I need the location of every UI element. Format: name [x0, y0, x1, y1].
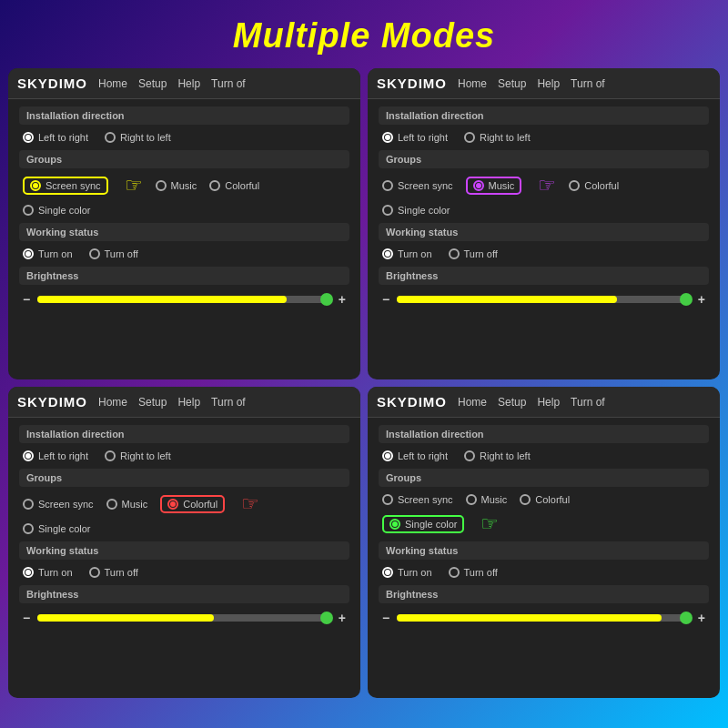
panel-2-group-screen[interactable]: Screen sync	[382, 180, 453, 191]
panels-grid: SKYDIMO Home Setup Help Turn of Installa…	[5, 65, 723, 702]
panel-1-groups-row2: Single color	[19, 203, 349, 217]
panel-4-direction-row: Left to right Right to left	[379, 449, 709, 463]
panel-3-groups-label: Groups	[19, 469, 349, 487]
panel-2-brightness-plus[interactable]: +	[698, 292, 705, 307]
panel-3-turn-on-label: Turn on	[38, 567, 73, 578]
panel-1-screen-dot	[30, 180, 41, 191]
panel-3-turn-off[interactable]: Turn off	[89, 567, 138, 578]
panel-4-dir-left[interactable]: Left to right	[382, 450, 448, 461]
panel-1-groups-row1: Screen sync ☞ Music Colorful	[19, 174, 349, 197]
panel-4-dir-right[interactable]: Right to left	[464, 450, 531, 461]
panel-3-single-dot	[23, 523, 34, 534]
panel-2-brightness-label: Brightness	[379, 267, 709, 285]
panel-1-dir-left[interactable]: Left to right	[23, 132, 88, 143]
panel-1-slider-thumb[interactable]	[320, 293, 333, 306]
panel-1-turn-on[interactable]: Turn on	[23, 248, 73, 259]
panel-3-dir-right[interactable]: Right to left	[105, 450, 171, 461]
panel-3-nav-help[interactable]: Help	[177, 396, 200, 409]
panel-1-single-dot	[23, 205, 34, 216]
panel-1-cursor: ☞	[125, 176, 143, 196]
panel-4-turn-off-label: Turn off	[464, 567, 498, 578]
panel-4-group-colorful[interactable]: Colorful	[520, 494, 570, 505]
panel-3-nav-turn[interactable]: Turn of	[211, 396, 246, 409]
panel-3-slider-track[interactable]	[37, 614, 331, 622]
panel-3-dir-left[interactable]: Left to right	[23, 450, 88, 461]
panel-4-slider-thumb[interactable]	[680, 612, 693, 624]
panel-4-nav-setup[interactable]: Setup	[498, 396, 526, 409]
panel-2-turn-on-label: Turn on	[398, 248, 432, 259]
panel-4-install-label: Installation direction	[379, 425, 709, 443]
panel-3-slider-fill	[37, 614, 214, 622]
panel-2-group-colorful[interactable]: Colorful	[569, 180, 619, 191]
panel-4-group-screen[interactable]: Screen sync	[382, 494, 453, 505]
panel-3-slider-thumb[interactable]	[320, 612, 333, 624]
panel-2-install-label: Installation direction	[379, 106, 709, 125]
panel-2-dir-left-label: Left to right	[398, 132, 448, 143]
panel-3-nav-setup[interactable]: Setup	[138, 396, 167, 409]
panel-2-group-single[interactable]: Single color	[382, 205, 450, 216]
panel-4-groups-row1: Screen sync Music Colorful	[379, 492, 709, 507]
panel-1-nav-turn[interactable]: Turn of	[211, 77, 246, 90]
panel-3-brightness-row: − +	[19, 609, 349, 627]
panel-2-nav-setup[interactable]: Setup	[498, 77, 526, 90]
panel-4-brightness-minus[interactable]: −	[382, 611, 389, 625]
panel-3-turn-off-dot	[89, 567, 100, 578]
panel-1: SKYDIMO Home Setup Help Turn of Installa…	[8, 68, 360, 379]
panel-1-turn-off[interactable]: Turn off	[89, 248, 138, 259]
panel-3-brightness-minus[interactable]: −	[23, 611, 30, 625]
panel-4-music-dot	[466, 494, 477, 505]
panel-1-nav-help[interactable]: Help	[177, 77, 200, 90]
panel-2-nav-help[interactable]: Help	[537, 77, 560, 90]
panel-3-group-single[interactable]: Single color	[23, 523, 90, 534]
panel-4-group-music[interactable]: Music	[466, 494, 508, 505]
panel-2-slider-track[interactable]	[397, 296, 691, 303]
panel-2-dir-left[interactable]: Left to right	[382, 132, 448, 143]
panel-1-nav-home[interactable]: Home	[98, 77, 127, 90]
panel-1-dir-right[interactable]: Right to left	[105, 132, 171, 143]
panel-2-nav-turn[interactable]: Turn of	[571, 77, 605, 90]
panel-4-turn-on[interactable]: Turn on	[382, 567, 432, 578]
panel-3-turn-on[interactable]: Turn on	[23, 567, 73, 578]
panel-2-dir-right[interactable]: Right to left	[464, 132, 531, 143]
panel-2-brightness-minus[interactable]: −	[382, 292, 389, 307]
panel-4-nav-turn[interactable]: Turn of	[571, 396, 605, 409]
panel-2-single-dot	[382, 205, 393, 216]
panel-4-group-single[interactable]: Single color	[382, 515, 464, 533]
panel-1-turn-on-label: Turn on	[38, 248, 73, 259]
panel-1-group-colorful[interactable]: Colorful	[209, 180, 259, 191]
panel-3-group-colorful[interactable]: Colorful	[160, 495, 225, 513]
panel-4-nav: SKYDIMO Home Setup Help Turn of	[368, 387, 720, 418]
panel-3-nav-home[interactable]: Home	[98, 396, 127, 409]
panel-2-colorful-label: Colorful	[584, 180, 619, 191]
panel-4-nav-help[interactable]: Help	[537, 396, 560, 409]
panel-2-music-label: Music	[489, 180, 515, 191]
panel-2-group-music[interactable]: Music	[466, 177, 522, 195]
panel-1-brightness-minus[interactable]: −	[23, 292, 30, 307]
panel-1-nav-setup[interactable]: Setup	[138, 77, 167, 90]
panel-1-slider-track[interactable]	[37, 296, 331, 303]
panel-4-brightness-plus[interactable]: +	[698, 611, 705, 625]
panel-1-group-music[interactable]: Music	[156, 180, 197, 191]
panel-4-turn-off[interactable]: Turn off	[449, 567, 498, 578]
panel-2-brand: SKYDIMO	[377, 76, 447, 91]
panel-2-turn-off[interactable]: Turn off	[449, 248, 498, 259]
panel-3-brightness-plus[interactable]: +	[339, 611, 346, 625]
panel-4-colorful-dot	[520, 494, 531, 505]
panel-4-content: Installation direction Left to right Rig…	[368, 418, 720, 698]
panel-1-group-single[interactable]: Single color	[23, 205, 90, 216]
panel-4-single-dot	[389, 519, 400, 530]
panel-3-nav: SKYDIMO Home Setup Help Turn of	[8, 387, 360, 418]
panel-3-group-music[interactable]: Music	[106, 499, 148, 510]
panel-2-dir-right-label: Right to left	[480, 132, 531, 143]
panel-4-slider-track[interactable]	[397, 614, 691, 622]
panel-4-colorful-label: Colorful	[535, 494, 570, 505]
panel-3-groups-row2: Single color	[19, 521, 349, 536]
panel-2-slider-thumb[interactable]	[680, 293, 693, 306]
panel-4-nav-home[interactable]: Home	[458, 396, 487, 409]
panel-1-single-label: Single color	[38, 205, 90, 216]
panel-1-group-screen[interactable]: Screen sync	[23, 177, 108, 195]
panel-3-group-screen[interactable]: Screen sync	[23, 499, 94, 510]
panel-2-nav-home[interactable]: Home	[458, 77, 487, 90]
panel-2-turn-on[interactable]: Turn on	[382, 248, 432, 259]
panel-1-brightness-plus[interactable]: +	[339, 292, 346, 307]
